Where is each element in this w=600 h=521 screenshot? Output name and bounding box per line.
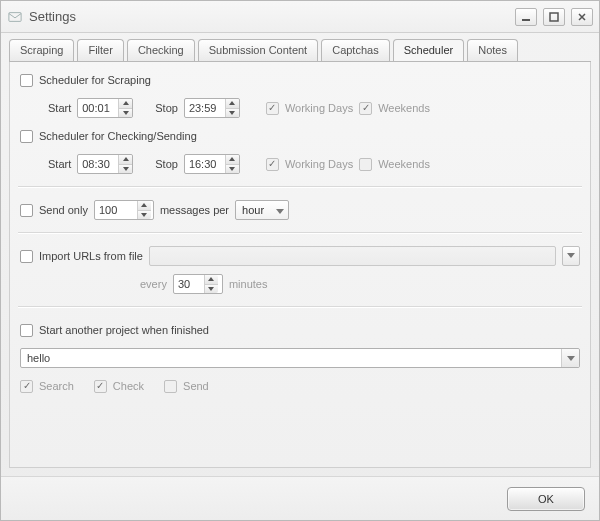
- scraping-start-input[interactable]: [78, 99, 118, 117]
- tab-scheduler[interactable]: Scheduler: [393, 39, 465, 61]
- checking-stop-spinner[interactable]: [184, 154, 240, 174]
- import-urls-checkbox[interactable]: [20, 250, 33, 263]
- scraping-working-days-label: Working Days: [285, 102, 353, 114]
- scheduler-checking-times: Start Stop Working Days Weekends: [20, 152, 580, 176]
- spinner-down-icon[interactable]: [119, 109, 132, 118]
- spinner-up-icon[interactable]: [119, 99, 132, 109]
- spinner-up-icon[interactable]: [226, 155, 239, 165]
- start-project-search-label: Search: [39, 380, 74, 392]
- scraping-stop-input[interactable]: [185, 99, 225, 117]
- svg-rect-2: [550, 13, 558, 21]
- import-urls-path-input[interactable]: [149, 246, 556, 266]
- dialog-footer: OK: [1, 476, 599, 520]
- tab-submission-content[interactable]: Submission Content: [198, 39, 318, 61]
- start-project-check-label: Check: [113, 380, 144, 392]
- scheduler-checking-label: Scheduler for Checking/Sending: [39, 130, 197, 142]
- tab-notes[interactable]: Notes: [467, 39, 518, 61]
- spinner-down-icon[interactable]: [226, 165, 239, 174]
- scraping-stop-label: Stop: [155, 102, 178, 114]
- app-icon: [7, 9, 23, 25]
- svg-rect-1: [522, 19, 530, 21]
- import-urls-minutes-label: minutes: [229, 278, 268, 290]
- start-project-send-label: Send: [183, 380, 209, 392]
- send-only-middle-label: messages per: [160, 204, 229, 216]
- chevron-down-icon: [276, 204, 284, 216]
- spinner-down-icon[interactable]: [138, 211, 151, 220]
- window-controls: [515, 8, 593, 26]
- scraping-weekends-checkbox[interactable]: [359, 102, 372, 115]
- checking-start-input[interactable]: [78, 155, 118, 173]
- spinner-up-icon[interactable]: [138, 201, 151, 211]
- send-only-row: Send only messages per hour: [20, 198, 580, 222]
- send-only-count-input[interactable]: [95, 201, 137, 219]
- maximize-button[interactable]: [543, 8, 565, 26]
- tab-checking[interactable]: Checking: [127, 39, 195, 61]
- scraping-stop-spinner[interactable]: [184, 98, 240, 118]
- start-project-send-checkbox[interactable]: [164, 380, 177, 393]
- scraping-working-days-checkbox[interactable]: [266, 102, 279, 115]
- tab-filter[interactable]: Filter: [77, 39, 123, 61]
- spinner-down-icon[interactable]: [205, 285, 218, 294]
- spinner-up-icon[interactable]: [205, 275, 218, 285]
- minimize-button[interactable]: [515, 8, 537, 26]
- send-only-count-spinner[interactable]: [94, 200, 154, 220]
- start-project-combo[interactable]: [20, 348, 580, 368]
- scheduler-checking-row: Scheduler for Checking/Sending: [20, 124, 580, 148]
- spinner-down-icon[interactable]: [119, 165, 132, 174]
- import-urls-browse-button[interactable]: [562, 246, 580, 266]
- tabstrip: Scraping Filter Checking Submission Cont…: [1, 33, 599, 61]
- checking-working-days-label: Working Days: [285, 158, 353, 170]
- start-project-input[interactable]: [21, 349, 561, 367]
- settings-window: Settings Scraping Filter Checking Submis…: [0, 0, 600, 521]
- scraping-weekends-label: Weekends: [378, 102, 430, 114]
- checking-working-days-checkbox[interactable]: [266, 158, 279, 171]
- close-button[interactable]: [571, 8, 593, 26]
- send-only-label: Send only: [39, 204, 88, 216]
- send-only-unit-select[interactable]: hour: [235, 200, 289, 220]
- import-urls-every-row: every minutes: [20, 272, 580, 296]
- spinner-down-icon[interactable]: [226, 109, 239, 118]
- scheduler-scraping-label: Scheduler for Scraping: [39, 74, 151, 86]
- spinner-up-icon[interactable]: [226, 99, 239, 109]
- import-urls-row: Import URLs from file: [20, 244, 580, 268]
- ok-button[interactable]: OK: [507, 487, 585, 511]
- chevron-down-icon[interactable]: [561, 349, 579, 367]
- import-urls-every-input[interactable]: [174, 275, 204, 293]
- start-project-checkbox[interactable]: [20, 324, 33, 337]
- checking-weekends-label: Weekends: [378, 158, 430, 170]
- send-only-checkbox[interactable]: [20, 204, 33, 217]
- start-project-options-row: Search Check Send: [20, 374, 580, 398]
- scheduler-checking-checkbox[interactable]: [20, 130, 33, 143]
- import-urls-label: Import URLs from file: [39, 250, 143, 262]
- checking-start-spinner[interactable]: [77, 154, 133, 174]
- scraping-start-label: Start: [48, 102, 71, 114]
- tab-captchas[interactable]: Captchas: [321, 39, 389, 61]
- checking-weekends-checkbox[interactable]: [359, 158, 372, 171]
- scheduler-scraping-checkbox[interactable]: [20, 74, 33, 87]
- scraping-start-spinner[interactable]: [77, 98, 133, 118]
- start-project-label: Start another project when finished: [39, 324, 209, 336]
- titlebar: Settings: [1, 1, 599, 33]
- scheduler-scraping-row: Scheduler for Scraping: [20, 68, 580, 92]
- window-title: Settings: [29, 9, 76, 24]
- checking-stop-input[interactable]: [185, 155, 225, 173]
- svg-rect-0: [9, 12, 21, 21]
- tab-content-scheduler: Scheduler for Scraping Start Stop Workin…: [9, 62, 591, 468]
- spinner-up-icon[interactable]: [119, 155, 132, 165]
- send-only-unit-value: hour: [242, 204, 264, 216]
- checking-stop-label: Stop: [155, 158, 178, 170]
- import-urls-every-spinner[interactable]: [173, 274, 223, 294]
- checking-start-label: Start: [48, 158, 71, 170]
- import-urls-every-label: every: [140, 278, 167, 290]
- start-project-row: Start another project when finished: [20, 318, 580, 342]
- start-project-combo-row: [20, 346, 580, 370]
- tab-scraping[interactable]: Scraping: [9, 39, 74, 61]
- start-project-check-checkbox[interactable]: [94, 380, 107, 393]
- scheduler-scraping-times: Start Stop Working Days Weekends: [20, 96, 580, 120]
- start-project-search-checkbox[interactable]: [20, 380, 33, 393]
